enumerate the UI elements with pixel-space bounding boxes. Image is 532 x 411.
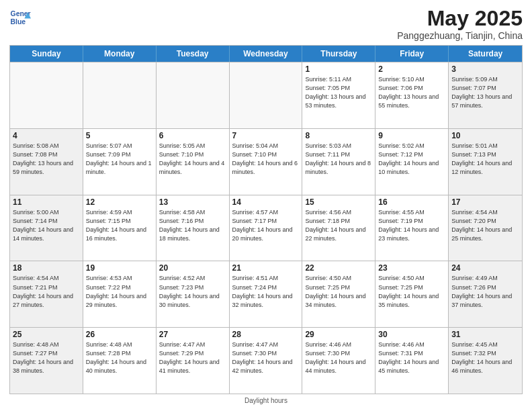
day-number: 4	[13, 131, 80, 140]
week-row: 11Sunrise: 5:00 AM Sunset: 7:14 PM Dayli…	[10, 195, 522, 261]
day-cell: 19Sunrise: 4:53 AM Sunset: 7:22 PM Dayli…	[83, 261, 157, 327]
day-header: Tuesday	[157, 46, 230, 62]
day-info: Sunrise: 4:51 AM Sunset: 7:24 PM Dayligh…	[232, 274, 300, 309]
location-subtitle: Panggezhuang, Tianjin, China	[397, 30, 523, 41]
day-info: Sunrise: 4:50 AM Sunset: 7:25 PM Dayligh…	[305, 274, 372, 309]
day-cell: 2Sunrise: 5:10 AM Sunset: 7:06 PM Daylig…	[375, 62, 449, 128]
day-cell: 24Sunrise: 4:49 AM Sunset: 7:26 PM Dayli…	[449, 261, 522, 327]
day-number: 12	[86, 197, 153, 207]
day-info: Sunrise: 5:04 AM Sunset: 7:10 PM Dayligh…	[232, 142, 300, 177]
logo: General Blue	[9, 7, 31, 28]
day-number: 11	[13, 197, 80, 207]
day-info: Sunrise: 5:07 AM Sunset: 7:09 PM Dayligh…	[86, 142, 153, 177]
day-cell: 30Sunrise: 4:46 AM Sunset: 7:31 PM Dayli…	[375, 328, 449, 394]
day-number: 17	[451, 197, 519, 207]
day-number: 9	[378, 131, 445, 140]
day-cell: 11Sunrise: 5:00 AM Sunset: 7:14 PM Dayli…	[10, 195, 83, 261]
day-number: 23	[378, 263, 445, 273]
calendar: SundayMondayTuesdayWednesdayThursdayFrid…	[9, 45, 523, 394]
svg-text:Blue: Blue	[11, 18, 26, 26]
day-cell: 14Sunrise: 4:57 AM Sunset: 7:17 PM Dayli…	[230, 195, 303, 261]
title-block: May 2025 Panggezhuang, Tianjin, China	[397, 7, 523, 41]
day-info: Sunrise: 4:55 AM Sunset: 7:19 PM Dayligh…	[378, 208, 445, 243]
day-number: 5	[86, 131, 153, 140]
day-info: Sunrise: 4:46 AM Sunset: 7:31 PM Dayligh…	[378, 340, 445, 375]
day-cell	[83, 62, 157, 128]
day-number: 6	[159, 131, 226, 140]
day-number: 7	[232, 131, 300, 140]
day-info: Sunrise: 4:48 AM Sunset: 7:28 PM Dayligh…	[86, 340, 153, 375]
day-cell: 5Sunrise: 5:07 AM Sunset: 7:09 PM Daylig…	[83, 129, 157, 195]
day-cell	[230, 62, 303, 128]
day-cell: 28Sunrise: 4:47 AM Sunset: 7:30 PM Dayli…	[230, 328, 303, 394]
day-info: Sunrise: 4:59 AM Sunset: 7:15 PM Dayligh…	[86, 208, 153, 243]
day-cell: 16Sunrise: 4:55 AM Sunset: 7:19 PM Dayli…	[375, 195, 449, 261]
day-cell: 7Sunrise: 5:04 AM Sunset: 7:10 PM Daylig…	[230, 129, 303, 195]
day-number: 31	[451, 330, 519, 339]
day-info: Sunrise: 4:54 AM Sunset: 7:20 PM Dayligh…	[451, 208, 519, 243]
day-cell: 23Sunrise: 4:50 AM Sunset: 7:25 PM Dayli…	[375, 261, 449, 327]
footer-note: Daylight hours	[9, 397, 523, 404]
day-number: 21	[232, 263, 300, 273]
day-cell: 10Sunrise: 5:01 AM Sunset: 7:13 PM Dayli…	[449, 129, 522, 195]
day-number: 18	[13, 263, 80, 273]
day-number: 29	[305, 330, 372, 339]
week-row: 1Sunrise: 5:11 AM Sunset: 7:05 PM Daylig…	[10, 62, 522, 128]
day-info: Sunrise: 4:45 AM Sunset: 7:32 PM Dayligh…	[451, 340, 519, 375]
day-cell: 31Sunrise: 4:45 AM Sunset: 7:32 PM Dayli…	[449, 328, 522, 394]
month-title: May 2025	[397, 7, 523, 30]
day-info: Sunrise: 5:10 AM Sunset: 7:06 PM Dayligh…	[378, 75, 445, 110]
day-number: 28	[232, 330, 300, 339]
day-info: Sunrise: 4:57 AM Sunset: 7:17 PM Dayligh…	[232, 208, 300, 243]
day-info: Sunrise: 5:02 AM Sunset: 7:12 PM Dayligh…	[378, 142, 445, 177]
day-cell: 3Sunrise: 5:09 AM Sunset: 7:07 PM Daylig…	[449, 62, 522, 128]
day-cell: 6Sunrise: 5:05 AM Sunset: 7:10 PM Daylig…	[157, 129, 230, 195]
day-info: Sunrise: 4:53 AM Sunset: 7:22 PM Dayligh…	[86, 274, 153, 309]
day-number: 26	[86, 330, 153, 339]
day-cell: 21Sunrise: 4:51 AM Sunset: 7:24 PM Dayli…	[230, 261, 303, 327]
day-number: 15	[305, 197, 372, 207]
day-cell: 20Sunrise: 4:52 AM Sunset: 7:23 PM Dayli…	[157, 261, 230, 327]
day-header: Thursday	[302, 46, 375, 62]
day-number: 1	[305, 64, 372, 74]
day-number: 25	[13, 330, 80, 339]
day-info: Sunrise: 5:08 AM Sunset: 7:08 PM Dayligh…	[13, 142, 80, 177]
day-headers: SundayMondayTuesdayWednesdayThursdayFrid…	[10, 46, 522, 62]
calendar-grid: 1Sunrise: 5:11 AM Sunset: 7:05 PM Daylig…	[10, 62, 522, 394]
day-info: Sunrise: 5:03 AM Sunset: 7:11 PM Dayligh…	[305, 142, 372, 177]
day-cell	[157, 62, 230, 128]
day-number: 8	[305, 131, 372, 140]
day-info: Sunrise: 4:49 AM Sunset: 7:26 PM Dayligh…	[451, 274, 519, 309]
day-number: 22	[305, 263, 372, 273]
day-cell	[10, 62, 83, 128]
day-cell: 8Sunrise: 5:03 AM Sunset: 7:11 PM Daylig…	[302, 129, 375, 195]
day-number: 24	[451, 263, 519, 273]
day-info: Sunrise: 5:05 AM Sunset: 7:10 PM Dayligh…	[159, 142, 226, 177]
day-info: Sunrise: 5:00 AM Sunset: 7:14 PM Dayligh…	[13, 208, 80, 243]
day-info: Sunrise: 4:58 AM Sunset: 7:16 PM Dayligh…	[159, 208, 226, 243]
day-info: Sunrise: 5:01 AM Sunset: 7:13 PM Dayligh…	[451, 142, 519, 177]
week-row: 18Sunrise: 4:54 AM Sunset: 7:21 PM Dayli…	[10, 261, 522, 327]
day-info: Sunrise: 4:46 AM Sunset: 7:30 PM Dayligh…	[305, 340, 372, 375]
day-header: Monday	[83, 46, 157, 62]
day-info: Sunrise: 5:11 AM Sunset: 7:05 PM Dayligh…	[305, 75, 372, 110]
generalblue-logo-icon: General Blue	[9, 7, 31, 28]
day-number: 10	[451, 131, 519, 140]
day-cell: 4Sunrise: 5:08 AM Sunset: 7:08 PM Daylig…	[10, 129, 83, 195]
day-cell: 17Sunrise: 4:54 AM Sunset: 7:20 PM Dayli…	[449, 195, 522, 261]
day-cell: 27Sunrise: 4:47 AM Sunset: 7:29 PM Dayli…	[157, 328, 230, 394]
day-number: 19	[86, 263, 153, 273]
day-header: Wednesday	[230, 46, 303, 62]
day-header: Sunday	[10, 46, 83, 62]
day-info: Sunrise: 4:50 AM Sunset: 7:25 PM Dayligh…	[378, 274, 445, 309]
day-info: Sunrise: 4:56 AM Sunset: 7:18 PM Dayligh…	[305, 208, 372, 243]
day-cell: 26Sunrise: 4:48 AM Sunset: 7:28 PM Dayli…	[83, 328, 157, 394]
day-number: 30	[378, 330, 445, 339]
day-info: Sunrise: 4:47 AM Sunset: 7:30 PM Dayligh…	[232, 340, 300, 375]
day-info: Sunrise: 4:54 AM Sunset: 7:21 PM Dayligh…	[13, 274, 80, 309]
day-cell: 22Sunrise: 4:50 AM Sunset: 7:25 PM Dayli…	[302, 261, 375, 327]
day-cell: 29Sunrise: 4:46 AM Sunset: 7:30 PM Dayli…	[302, 328, 375, 394]
day-header: Saturday	[449, 46, 522, 62]
day-number: 13	[159, 197, 226, 207]
day-cell: 15Sunrise: 4:56 AM Sunset: 7:18 PM Dayli…	[302, 195, 375, 261]
